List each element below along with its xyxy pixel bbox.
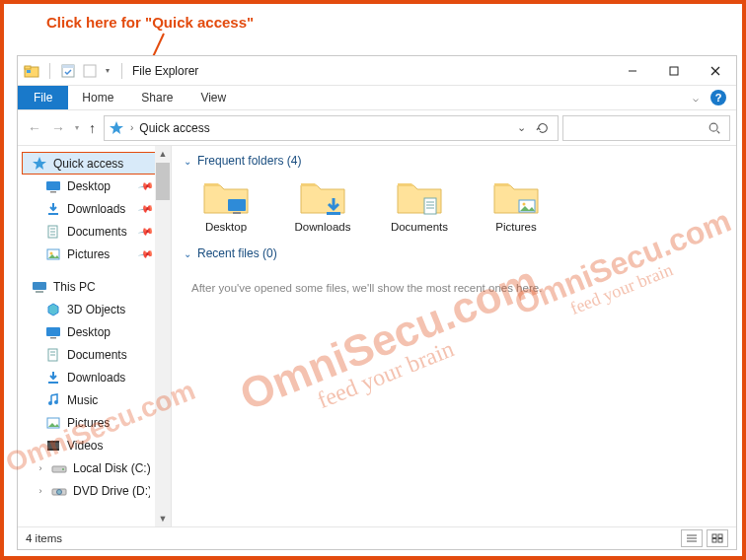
svg-line-14 [717,130,720,133]
back-button[interactable]: ← [28,120,41,136]
chevron-down-icon: ⌄ [184,248,191,259]
drive-icon [51,460,67,476]
tree-pc-desktop[interactable]: Desktop [22,320,156,343]
content-pane[interactable]: ⌄ Frequent folders (4) Desktop [172,146,736,526]
tree-this-pc[interactable]: This PC [22,275,156,298]
sidebar-scrollbar[interactable]: ▲ ▼ [155,146,171,526]
thumbnails-view-icon [711,533,723,543]
file-explorer-window: ▾ File Explorer File Home Share View ⌵ ? [17,55,737,550]
breadcrumb[interactable]: Quick access [139,121,209,135]
document-overlay-icon [419,195,441,217]
tree-pc-pictures[interactable]: Pictures [22,411,156,434]
svg-rect-58 [718,539,722,543]
pin-icon: 📌 [138,224,154,240]
navigation-bar: ← → ▾ ↑ › Quick access ⌄ [18,110,736,146]
tree-3d-objects[interactable]: 3D Objects [22,298,156,320]
group-title: Frequent folders (4) [197,154,301,168]
svg-marker-12 [110,121,123,134]
tree-desktop[interactable]: Desktop 📌 [22,175,156,197]
tree-label: Documents [67,225,127,239]
details-view-button[interactable] [681,529,703,547]
tree-label: This PC [53,280,96,294]
folder-label: Downloads [295,221,351,233]
svg-rect-43 [228,199,246,211]
history-dropdown-icon[interactable]: ▾ [75,123,79,132]
pin-icon: 📌 [138,201,154,217]
help-icon[interactable]: ? [710,90,726,105]
folder-documents[interactable]: Documents [385,177,454,233]
svg-rect-25 [33,282,46,290]
svg-rect-27 [46,327,60,336]
svg-rect-7 [84,65,96,77]
properties-icon[interactable] [60,63,76,79]
up-button[interactable]: ↑ [89,120,96,136]
svg-rect-37 [47,441,59,443]
tree-videos[interactable]: Videos [22,434,156,456]
tree-pc-documents[interactable]: Documents [22,343,156,366]
svg-point-13 [709,123,717,131]
chevron-down-icon: ⌄ [184,156,191,167]
tree-downloads[interactable]: Downloads 📌 [22,197,156,220]
tree-documents[interactable]: Documents 📌 [22,220,156,243]
svg-rect-16 [46,181,60,190]
tree-quick-access[interactable]: Quick access [22,152,156,175]
address-dropdown-icon[interactable]: ⌄ [517,121,526,134]
forward-button[interactable]: → [51,120,65,136]
group-title: Recent files (0) [197,246,277,260]
videos-icon [45,438,61,454]
svg-rect-18 [48,213,58,215]
scroll-down-icon[interactable]: ▼ [155,511,171,526]
folder-pictures[interactable]: Pictures [482,177,551,233]
folder-downloads[interactable]: Downloads [288,177,357,233]
tab-home[interactable]: Home [68,86,127,109]
documents-icon [45,224,61,240]
folder-desktop[interactable]: Desktop [191,177,261,233]
svg-rect-4 [27,70,31,73]
quick-access-star-icon [32,156,47,172]
refresh-icon[interactable] [536,121,550,135]
tree-local-disk-c[interactable]: › Local Disk (C:) [22,456,156,479]
new-folder-icon[interactable] [82,63,98,79]
picture-overlay-icon [516,195,538,217]
tree-dvd-drive-d[interactable]: › DVD Drive (D:) SSS [22,479,156,502]
svg-rect-3 [25,66,31,69]
expander-icon[interactable]: › [36,486,45,496]
thumbnails-view-button[interactable] [707,529,728,547]
svg-rect-26 [36,291,43,293]
desktop-icon [45,178,61,194]
tab-share[interactable]: Share [127,86,186,109]
search-box[interactable] [562,115,730,141]
qat-dropdown-icon[interactable]: ▾ [104,65,112,77]
maximize-button[interactable] [653,56,695,86]
pictures-icon [45,246,61,262]
tree-label: Videos [67,439,103,453]
group-recent-files[interactable]: ⌄ Recent files (0) [184,246,724,260]
expander-icon[interactable]: › [36,463,45,473]
tutorial-frame: Click here for "Quick access" ▾ File Exp… [0,0,746,560]
tree-music[interactable]: Music [22,388,156,411]
tree-label: Downloads [67,202,125,216]
tab-view[interactable]: View [186,86,240,109]
details-view-icon [686,533,698,543]
group-frequent-folders[interactable]: ⌄ Frequent folders (4) [184,154,724,168]
tree-label: Local Disk (C:) [73,461,151,475]
chevron-right-icon[interactable]: › [130,122,133,133]
address-bar[interactable]: › Quick access ⌄ [104,115,559,141]
minimize-button[interactable] [612,56,653,86]
folder-label: Documents [391,221,448,233]
svg-rect-44 [233,212,241,214]
svg-rect-32 [48,382,58,384]
close-button[interactable] [695,56,736,86]
ribbon-expand-icon[interactable]: ⌵ [693,93,699,104]
recent-empty-text: After you've opened some files, we'll sh… [184,266,724,310]
tree-pc-downloads[interactable]: Downloads [22,366,156,388]
downloads-icon [45,201,61,217]
tree-pictures[interactable]: Pictures 📌 [22,243,156,265]
svg-rect-57 [712,539,716,543]
scroll-thumb[interactable] [156,163,170,200]
svg-point-51 [523,203,526,206]
scroll-up-icon[interactable]: ▲ [155,146,171,162]
status-bar: 4 items [18,526,736,549]
svg-point-40 [62,468,64,470]
file-tab[interactable]: File [18,86,68,109]
